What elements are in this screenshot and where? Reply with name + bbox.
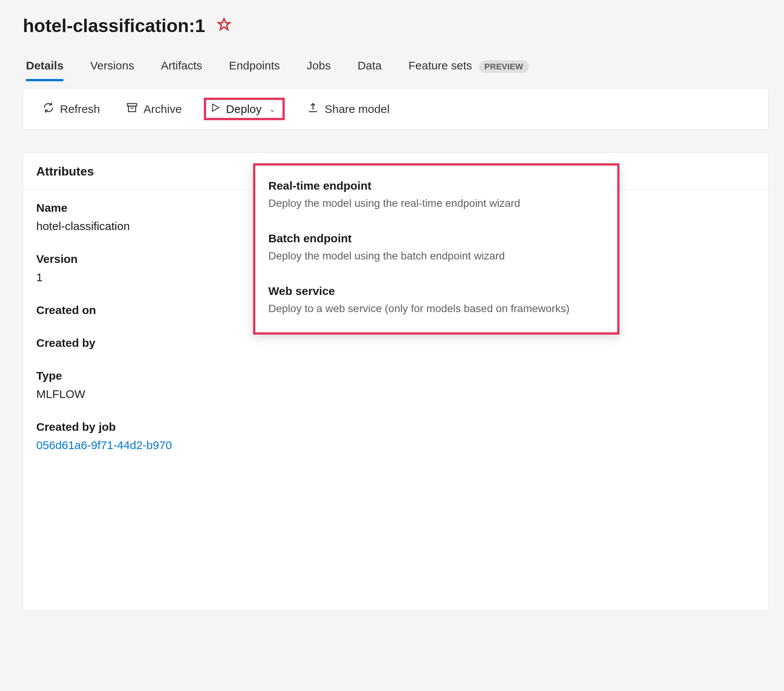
- tabs-bar: Details Versions Artifacts Endpoints Job…: [23, 59, 769, 81]
- refresh-button[interactable]: Refresh: [39, 99, 104, 118]
- tab-jobs[interactable]: Jobs: [306, 59, 331, 81]
- page-title: hotel-classification:1: [23, 15, 205, 36]
- attr-created-by-job-link[interactable]: 056d61a6-9f71-44d2-b970: [36, 436, 755, 454]
- menu-batch-title: Batch endpoint: [268, 230, 604, 247]
- deploy-button[interactable]: Deploy ⌄: [204, 98, 285, 120]
- deploy-menu-item-realtime[interactable]: Real-time endpoint Deploy the model usin…: [268, 177, 604, 212]
- menu-batch-desc: Deploy the model using the batch endpoin…: [268, 248, 604, 265]
- deploy-dropdown-menu: Real-time endpoint Deploy the model usin…: [253, 163, 619, 335]
- menu-webservice-title: Web service: [268, 282, 604, 299]
- toolbar: Refresh Archive Deploy ⌄ Share model: [23, 88, 769, 130]
- tab-versions[interactable]: Versions: [90, 59, 134, 81]
- archive-icon: [126, 102, 138, 116]
- preview-badge: PREVIEW: [479, 60, 528, 73]
- svg-marker-4: [212, 104, 219, 112]
- share-model-button[interactable]: Share model: [303, 99, 393, 118]
- upload-icon: [307, 102, 319, 116]
- attr-created-by-label: Created by: [36, 334, 755, 352]
- refresh-icon: [42, 102, 54, 116]
- tab-details[interactable]: Details: [26, 59, 63, 81]
- tab-feature-sets[interactable]: Feature sets PREVIEW: [408, 59, 529, 81]
- menu-webservice-desc: Deploy to a web service (only for models…: [268, 300, 604, 318]
- chevron-down-icon: ⌄: [269, 105, 275, 114]
- attr-type-label: Type: [36, 367, 755, 385]
- tab-data[interactable]: Data: [357, 59, 382, 81]
- deploy-menu-item-batch[interactable]: Batch endpoint Deploy the model using th…: [268, 230, 604, 265]
- attr-type-value: MLFLOW: [36, 385, 755, 403]
- tab-endpoints[interactable]: Endpoints: [229, 59, 280, 81]
- tab-artifacts[interactable]: Artifacts: [161, 59, 202, 81]
- deploy-label: Deploy: [226, 103, 262, 115]
- tab-feature-sets-label: Feature sets: [408, 59, 472, 72]
- svg-rect-2: [128, 106, 136, 112]
- play-icon: [210, 102, 221, 115]
- share-label: Share model: [324, 103, 389, 115]
- archive-label: Archive: [143, 103, 182, 115]
- archive-button[interactable]: Archive: [122, 99, 186, 118]
- menu-realtime-desc: Deploy the model using the real-time end…: [268, 195, 604, 212]
- refresh-label: Refresh: [60, 103, 100, 115]
- deploy-menu-item-webservice[interactable]: Web service Deploy to a web service (onl…: [268, 282, 604, 318]
- menu-realtime-title: Real-time endpoint: [268, 177, 604, 194]
- favorite-star-icon[interactable]: [217, 18, 231, 34]
- svg-marker-0: [218, 19, 230, 30]
- attr-created-by-job-label: Created by job: [36, 418, 755, 436]
